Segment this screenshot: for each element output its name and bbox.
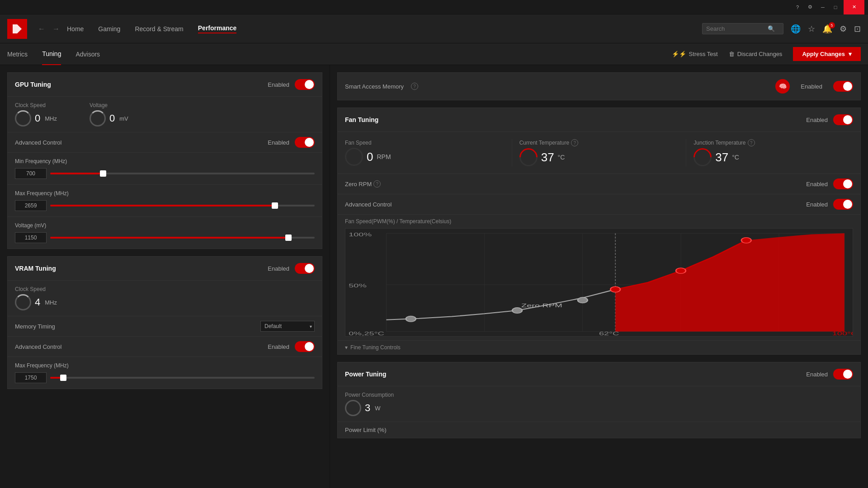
- power-enabled-label: Enabled: [806, 371, 828, 378]
- svg-text:Zero RPM: Zero RPM: [521, 302, 562, 308]
- vram-tuning-header: VRAM Tuning Enabled: [8, 257, 322, 281]
- voltage-value: 0: [109, 113, 115, 124]
- zero-rpm-label: Zero RPM: [345, 181, 372, 188]
- tab-advisors[interactable]: Advisors: [75, 43, 100, 65]
- minimize-button[interactable]: ─: [818, 3, 827, 12]
- help-icon[interactable]: ?: [793, 3, 802, 12]
- gpu-tuning-enabled-label: Enabled: [268, 81, 289, 88]
- vram-advanced-toggle[interactable]: [295, 341, 315, 352]
- max-freq-input[interactable]: [15, 200, 47, 211]
- junction-temp-info-icon[interactable]: ?: [748, 139, 755, 146]
- fan-tuning-section: Fan Tuning Enabled Fan Speed 0 RPM: [337, 108, 861, 355]
- forward-button[interactable]: →: [49, 25, 63, 33]
- vram-max-freq-slider-row: [15, 372, 315, 383]
- back-button[interactable]: ←: [34, 25, 49, 33]
- nav-performance[interactable]: Performance: [198, 24, 237, 33]
- voltage-mv-label: Voltage (mV): [15, 222, 315, 229]
- power-tuning-toggle[interactable]: [833, 369, 853, 380]
- vram-clock-value: 4: [35, 296, 40, 308]
- min-freq-track[interactable]: [50, 173, 315, 174]
- fine-tuning-controls[interactable]: ▾ Fine Tuning Controls: [338, 340, 860, 354]
- subnav-actions: ⚡⚡ Stress Test 🗑 Discard Changes Apply C…: [672, 47, 861, 61]
- search-icon: 🔍: [768, 25, 775, 32]
- settings-icon-title[interactable]: ⚙: [806, 3, 815, 12]
- max-frequency-section: Max Frequency (MHz): [8, 185, 322, 217]
- nav-home[interactable]: Home: [67, 25, 84, 33]
- search-input[interactable]: [706, 25, 765, 32]
- smart-access-left: Smart Access Memory ?: [345, 83, 418, 90]
- junction-temp-value: 37: [715, 150, 728, 164]
- voltage-mv-track[interactable]: [50, 237, 315, 239]
- fan-tuning-toggle[interactable]: [833, 114, 853, 125]
- fan-advanced-toggle[interactable]: [833, 199, 853, 210]
- max-freq-thumb[interactable]: [272, 202, 278, 209]
- vram-clock-speed-display: Clock Speed 4 MHz: [15, 286, 57, 310]
- search-box[interactable]: 🔍: [702, 23, 783, 34]
- min-freq-label: Min Frequency (MHz): [15, 158, 315, 164]
- nav-record-stream[interactable]: Record & Stream: [135, 25, 183, 33]
- fan-stats-row: Fan Speed 0 RPM Current Temperature ?: [338, 132, 860, 174]
- nav-gaming[interactable]: Gaming: [98, 25, 120, 33]
- memory-timing-select[interactable]: Default Fast Faster Fastest: [260, 321, 315, 332]
- max-freq-fill: [50, 205, 275, 206]
- max-freq-track[interactable]: [50, 205, 315, 206]
- vram-max-freq-track[interactable]: [50, 377, 315, 379]
- zero-rpm-toggle[interactable]: [833, 178, 853, 189]
- tab-metrics[interactable]: Metrics: [7, 43, 28, 65]
- svg-text:100%: 100%: [349, 231, 372, 237]
- vram-advanced-enabled-label: Enabled: [268, 343, 289, 350]
- monitor-icon[interactable]: ⊡: [854, 24, 861, 34]
- zero-rpm-enabled-label: Enabled: [806, 181, 828, 188]
- gpu-tuning-toggle[interactable]: [295, 79, 315, 90]
- voltage-mv-input[interactable]: [15, 232, 47, 243]
- maximize-button[interactable]: □: [831, 3, 840, 12]
- gpu-gauge-row: Clock Speed 0 MHz Voltage 0: [8, 97, 322, 132]
- power-tuning-section: Power Tuning Enabled Power Consumption 3…: [337, 362, 861, 438]
- vram-max-freq-input[interactable]: [15, 372, 47, 383]
- vram-tuning-toggle[interactable]: [295, 263, 315, 274]
- titlebar: ? ⚙ ─ □ ✕: [0, 0, 868, 14]
- right-panel: Smart Access Memory ? 🧠 Enabled Fan Tuni…: [330, 65, 868, 488]
- current-temp-unit: °C: [558, 154, 565, 161]
- svg-point-15: [676, 268, 686, 273]
- chevron-down-icon: ▾: [345, 344, 348, 351]
- zero-rpm-row: Zero RPM ? Enabled: [338, 174, 860, 194]
- globe-icon[interactable]: 🌐: [791, 24, 801, 34]
- svg-point-11: [406, 316, 416, 322]
- current-temp-info-icon[interactable]: ?: [571, 139, 578, 146]
- tab-tuning[interactable]: Tuning: [42, 43, 61, 65]
- stress-test-button[interactable]: ⚡⚡ Stress Test: [672, 51, 718, 57]
- power-value: 3: [365, 402, 370, 414]
- fan-speed-unit: RPM: [377, 153, 391, 160]
- power-limit-row: Power Limit (%): [338, 422, 860, 438]
- junction-temp-stat: Junction Temperature ? 37 °C: [693, 139, 853, 166]
- advanced-control-toggle[interactable]: [295, 137, 315, 148]
- gpu-tuning-section: GPU Tuning Enabled Clock Speed 0 MHz: [7, 72, 322, 249]
- fan-chart-container[interactable]: Zero RPM 100% 50% 62°C 100°C 0%,25°C: [345, 228, 853, 337]
- fan-speed-gauge: [345, 148, 363, 166]
- fan-speed-stat: Fan Speed 0 RPM: [345, 139, 512, 166]
- discard-changes-button[interactable]: 🗑 Discard Changes: [729, 51, 783, 57]
- vram-max-freq-thumb[interactable]: [60, 375, 66, 381]
- current-temp-value: 37: [541, 150, 554, 164]
- fan-chart-svg: Zero RPM 100% 50% 62°C 100°C 0%,25°C: [345, 229, 853, 336]
- max-freq-slider-row: [15, 200, 315, 211]
- smart-access-info-icon[interactable]: ?: [411, 83, 418, 90]
- subnav-tabs: Metrics Tuning Advisors: [7, 43, 100, 65]
- apply-changes-button[interactable]: Apply Changes ▾: [793, 47, 861, 61]
- voltage-mv-thumb[interactable]: [285, 235, 292, 241]
- svg-point-16: [741, 238, 751, 243]
- bell-icon[interactable]: 🔔 5: [822, 24, 832, 34]
- brain-icon: 🧠: [775, 79, 790, 94]
- min-freq-thumb[interactable]: [100, 170, 106, 177]
- gear-icon[interactable]: ⚙: [840, 24, 847, 34]
- memory-timing-label: Memory Timing: [15, 323, 55, 330]
- min-freq-input[interactable]: [15, 168, 47, 179]
- smart-access-toggle[interactable]: [833, 81, 853, 92]
- vram-max-freq-section: Max Frequency (MHz): [8, 357, 322, 389]
- star-icon[interactable]: ☆: [808, 24, 815, 34]
- subnav: Metrics Tuning Advisors ⚡⚡ Stress Test 🗑…: [0, 43, 868, 65]
- current-temp-gauge: [515, 145, 541, 170]
- close-button[interactable]: ✕: [844, 0, 864, 14]
- zero-rpm-info-icon[interactable]: ?: [373, 180, 381, 188]
